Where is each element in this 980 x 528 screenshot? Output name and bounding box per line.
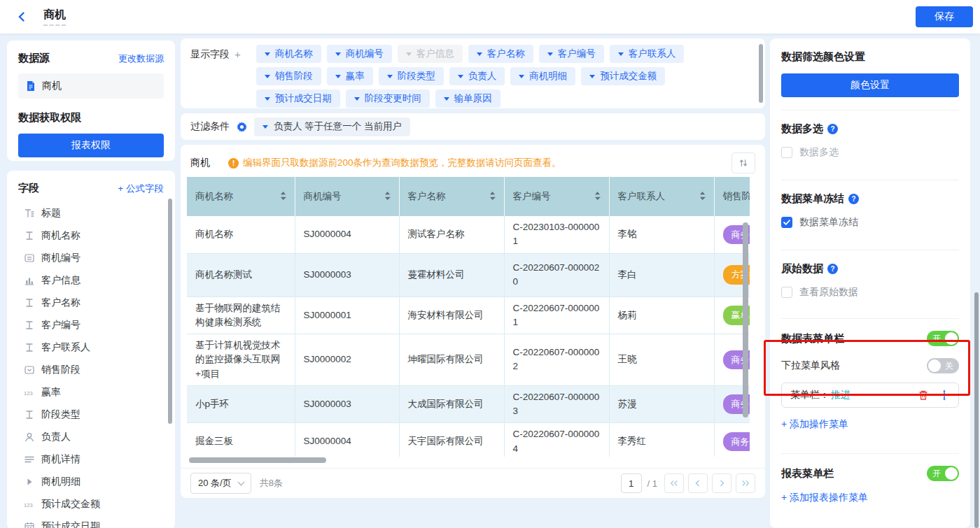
table-row[interactable]: 掘金三板SJ0000004天宇国际有限公司C-20220607-0000004李… <box>187 423 750 457</box>
field-label: 负责人 <box>41 431 71 443</box>
menu-item-row[interactable]: 菜单栏： 推进 <box>781 383 959 408</box>
table-row[interactable]: 基于物联网的建筑结构健康检测系统SJ0000001海安材料有限公司C-20220… <box>187 297 750 334</box>
menu-item-value[interactable]: 推进 <box>831 389 850 401</box>
field-item[interactable]: 客户联系人 <box>18 336 164 359</box>
change-datasource-link[interactable]: 更改数据源 <box>118 52 164 65</box>
datasource-item[interactable]: 商机 <box>18 73 164 99</box>
display-field-tag[interactable]: 商机编号 <box>327 45 392 63</box>
field-item[interactable]: 阶段类型 <box>18 404 164 426</box>
add-formula-field-link[interactable]: + 公式字段 <box>118 183 164 195</box>
field-item[interactable]: 预计成交日期 <box>18 515 164 528</box>
prev-page-button[interactable] <box>688 473 708 493</box>
report-menu-toggle[interactable]: 开 <box>927 466 959 481</box>
column-header[interactable]: 商机编号 <box>295 177 399 216</box>
move-icon[interactable] <box>939 390 950 401</box>
table-row[interactable]: 商机名称SJ0000004测试客户名称C-20230103-0000001李铭商… <box>187 216 750 253</box>
field-item[interactable]: 123预计成交金额 <box>18 493 164 515</box>
display-field-tag[interactable]: 输单原因 <box>435 90 500 108</box>
filter-condition-tag[interactable]: 负责人 等于任意一个 当前用户 <box>254 117 410 136</box>
field-item[interactable]: 客户编号 <box>18 314 164 336</box>
table-row[interactable]: 商机名称测试SJ0000003蔓霍材料公司C-20220607-0000020李… <box>187 253 750 297</box>
display-field-tag[interactable]: 商机明细 <box>510 67 575 85</box>
help-icon[interactable]: ? <box>827 124 838 134</box>
raw-data-checkbox-row[interactable]: 查看原始数据 <box>781 286 959 299</box>
table-cell: SJ0000002 <box>295 334 399 386</box>
page-title[interactable]: 商机 <box>43 8 66 26</box>
field-item[interactable]: 123赢率 <box>18 381 164 404</box>
trash-icon[interactable] <box>918 390 929 401</box>
table-horizontal-scrollbar[interactable] <box>189 457 326 463</box>
permission-title: 数据获取权限 <box>18 111 164 124</box>
field-item[interactable]: 商机详情 <box>18 448 164 471</box>
display-field-tag[interactable]: 阶段类型 <box>379 67 444 85</box>
field-item[interactable]: 商机明细 <box>18 471 164 493</box>
table-cell: 小p手环 <box>187 385 295 423</box>
table-cell: 海安材料有限公司 <box>399 297 504 334</box>
menu-freeze-checkbox-row[interactable]: 数据菜单冻结 <box>781 216 959 229</box>
column-sort-icon[interactable] <box>280 191 286 203</box>
page-size-select[interactable]: 20 条/页 <box>190 473 251 494</box>
table-row[interactable]: 小p手环SJ0000003大成国际有限公司C-20220607-0000003苏… <box>187 385 750 423</box>
field-item[interactable]: 负责人 <box>18 426 164 448</box>
column-sort-icon[interactable] <box>699 191 706 203</box>
back-button[interactable] <box>15 10 28 23</box>
display-field-tag-label: 输单原因 <box>454 92 492 105</box>
column-header[interactable]: 客户联系人 <box>609 177 714 216</box>
display-fields-scrollbar[interactable] <box>759 44 763 103</box>
table-vertical-scrollbar[interactable] <box>743 222 748 418</box>
field-item[interactable]: 销售阶段 <box>18 359 164 381</box>
checkbox-unchecked-icon[interactable] <box>781 147 792 158</box>
report-permission-button[interactable]: 报表权限 <box>18 134 164 157</box>
display-field-tag[interactable]: 客户名称 <box>468 45 533 63</box>
page-scrollbar[interactable] <box>974 292 979 528</box>
table-row[interactable]: 基于计算机视觉技术的监控摄像头互联网+项目SJ0000002坤曜国际有限公司C-… <box>187 334 750 386</box>
table-cell: C-20220607-0000002 <box>504 334 609 386</box>
page-number-input[interactable]: 1 <box>621 473 642 493</box>
display-field-tag[interactable]: 客户编号 <box>539 45 604 63</box>
dropdown-style-toggle[interactable]: 关 <box>927 358 959 373</box>
multi-select-checkbox-row[interactable]: 数据多选 <box>781 146 959 159</box>
display-field-tag[interactable]: 客户信息 <box>398 45 463 63</box>
table-panel: 商机 ! 编辑界面只取数据源前200条作为查询数据预览，完整数据请访问页面查看。… <box>181 145 765 498</box>
raw-data-title: 原始数据 <box>781 262 823 276</box>
display-field-tag[interactable]: 客户联系人 <box>610 45 685 63</box>
display-field-tag[interactable]: 阶段变更时间 <box>346 90 430 108</box>
gear-icon[interactable] <box>237 122 247 132</box>
add-display-field-button[interactable]: + <box>234 48 241 60</box>
display-field-tag[interactable]: 预计成交日期 <box>256 90 340 108</box>
table-menu-toggle[interactable]: 开 <box>927 331 959 346</box>
field-item[interactable]: 商机编号 <box>18 247 164 269</box>
field-item[interactable]: 标题 <box>18 202 164 224</box>
add-action-menu-link[interactable]: + 添加操作菜单 <box>781 418 959 431</box>
toggle-knob <box>945 332 958 345</box>
add-report-action-menu-link[interactable]: + 添加报表操作菜单 <box>781 492 959 504</box>
sort-order-button[interactable] <box>732 152 755 173</box>
next-page-button[interactable] <box>712 473 732 493</box>
display-field-tag[interactable]: 商机名称 <box>256 45 321 63</box>
last-page-button[interactable] <box>736 473 755 493</box>
checkbox-unchecked-icon[interactable] <box>781 287 792 298</box>
column-sort-icon[interactable] <box>489 191 496 203</box>
save-button[interactable]: 保存 <box>916 6 973 27</box>
display-field-tag[interactable]: 负责人 <box>449 67 505 85</box>
text-icon <box>24 297 35 308</box>
display-field-tag[interactable]: 赢率 <box>327 67 373 85</box>
display-field-tag[interactable]: 销售阶段 <box>256 67 321 85</box>
first-page-button[interactable] <box>664 473 684 493</box>
fields-scrollbar[interactable] <box>168 199 172 424</box>
field-item[interactable]: 商机名称 <box>18 224 164 247</box>
color-setting-button[interactable]: 颜色设置 <box>781 73 959 97</box>
document-icon <box>25 80 36 92</box>
field-item[interactable]: 客户名称 <box>18 292 164 314</box>
help-icon[interactable]: ? <box>848 194 859 204</box>
field-item[interactable]: 客户信息 <box>18 269 164 292</box>
column-header[interactable]: 商机名称 <box>187 177 295 216</box>
column-header[interactable]: 客户名称 <box>399 177 504 216</box>
column-header[interactable]: 客户编号 <box>504 177 609 216</box>
checkbox-checked-icon[interactable] <box>781 217 792 228</box>
display-field-tag[interactable]: 预计成交金额 <box>581 67 665 85</box>
help-icon[interactable]: ? <box>827 264 838 274</box>
column-sort-icon[interactable] <box>384 191 391 203</box>
text-icon <box>24 342 35 353</box>
column-sort-icon[interactable] <box>594 191 601 203</box>
